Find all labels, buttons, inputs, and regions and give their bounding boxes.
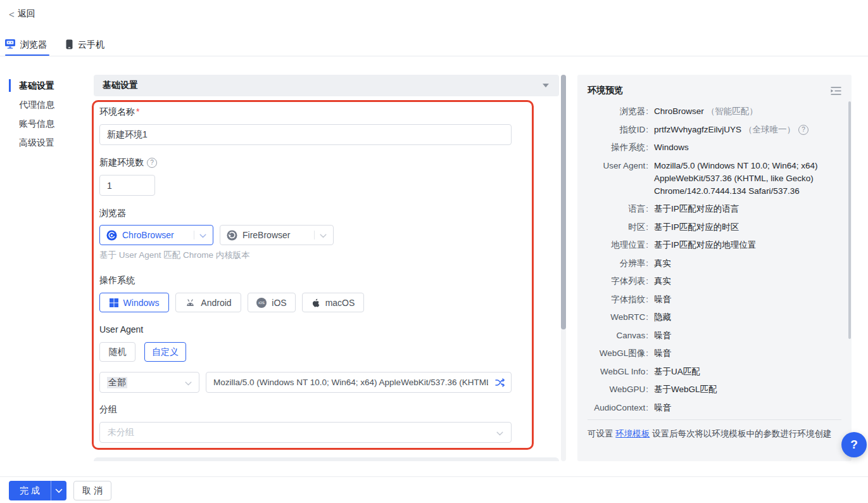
firebrowser-logo-icon (227, 230, 237, 241)
main-scrollbar-thumb[interactable] (561, 75, 566, 329)
preview-row: 操作系统 Windows (588, 141, 841, 154)
section-header-basic-settings[interactable]: 基础设置 (94, 75, 559, 96)
preview-row-value: Mozilla/5.0 (Windows NT 10.0; Win64; x64… (654, 160, 841, 198)
collapse-panel-icon[interactable] (831, 87, 841, 95)
back-label: 返回 (18, 8, 35, 20)
env-count-label: 新建环境数 ? (99, 157, 157, 169)
sidebar-item-label: 基础设置 (19, 80, 54, 91)
tab-bar: 浏览器 云手机 (0, 35, 868, 56)
question-circle-icon[interactable]: ? (798, 125, 808, 135)
browser-option-firebrowser[interactable]: FireBrowser (220, 225, 334, 245)
svg-text:iOS: iOS (258, 301, 265, 305)
main-form-panel: 基础设置 环境名称* 新建环境数 ? 浏览器 ChroBrowser FireB… (94, 75, 559, 461)
back-link[interactable]: < 返回 (9, 8, 35, 20)
preview-row-label: 时区 (588, 221, 648, 234)
preview-row-label: 字体列表 (588, 275, 648, 288)
preview-row-note: （智能匹配） (707, 106, 758, 116)
preview-row-label: 语言 (588, 203, 648, 215)
group-label: 分组 (99, 404, 117, 416)
shuffle-icon[interactable] (495, 378, 505, 389)
preview-row-value: 基于WebGL匹配 (654, 383, 841, 396)
os-option-label: iOS (272, 298, 286, 308)
env-template-link[interactable]: 环境模板 (615, 429, 650, 438)
apple-icon (311, 298, 320, 308)
sidebar-item-label: 账号信息 (19, 118, 54, 129)
preview-row: WebGL Info 基于UA匹配 (588, 366, 841, 378)
chevron-down-icon (185, 378, 192, 388)
confirm-button[interactable]: 完 成 (9, 481, 51, 500)
preview-row-label: 分辨率 (588, 257, 648, 270)
preview-row: User Agent Mozilla/5.0 (Windows NT 10.0;… (588, 160, 841, 198)
preview-row-value: 基于IP匹配对应的地理位置 (654, 239, 841, 251)
os-option-macos[interactable]: macOS (302, 293, 364, 312)
group-placeholder: 未分组 (108, 427, 134, 438)
group-select[interactable]: 未分组 (99, 422, 512, 443)
preview-row: 浏览器 ChroBrowser（智能匹配） (588, 105, 841, 118)
os-option-android[interactable]: Android (175, 293, 241, 312)
os-label: 操作系统 (99, 275, 135, 286)
preview-row-value: 噪音 (654, 329, 841, 342)
tab-cloud-phone[interactable]: 云手机 (66, 35, 104, 55)
preview-row-value: 基于IP匹配对应的时区 (654, 221, 841, 234)
preview-row-value: ChroBrowser（智能匹配） (654, 105, 841, 118)
preview-row: 时区 基于IP匹配对应的时区 (588, 221, 841, 234)
ua-filter-value: 全部 (107, 377, 127, 388)
preview-row-label: WebGL Info (588, 366, 648, 378)
ua-mode-custom-button[interactable]: 自定义 (144, 342, 186, 362)
main-scrollbar-track[interactable] (561, 75, 566, 461)
env-name-input[interactable] (99, 124, 512, 145)
tab-cloud-phone-label: 云手机 (78, 39, 104, 51)
preview-row-value: 噪音 (654, 347, 841, 360)
sidebar-item[interactable]: 代理信息 (0, 95, 94, 114)
chevron-down-icon[interactable] (320, 230, 327, 240)
preview-row-value: 真实 (654, 275, 841, 288)
browser-option-label: ChroBrowser (122, 230, 194, 240)
sidebar-item-label: 代理信息 (19, 99, 54, 110)
collapse-caret-icon[interactable] (543, 84, 549, 87)
preview-row-value: 噪音 (654, 402, 841, 414)
sidebar-item[interactable]: 账号信息 (0, 114, 94, 133)
sidebar-item[interactable]: 基础设置 (0, 76, 94, 95)
preview-row: 语言 基于IP匹配对应的语言 (588, 203, 841, 215)
footer-bar (0, 476, 868, 503)
tab-browser[interactable]: 浏览器 (5, 35, 47, 55)
confirm-dropdown-button[interactable] (51, 481, 66, 500)
phone-icon (66, 39, 73, 51)
preview-row: Canvas 噪音 (588, 329, 841, 342)
preview-scrollbar-thumb[interactable] (848, 101, 851, 339)
monitor-icon (5, 39, 15, 51)
section-title: 基础设置 (103, 80, 138, 91)
cancel-button[interactable]: 取 消 (73, 481, 111, 500)
chevron-down-icon[interactable] (199, 230, 206, 240)
tab-browser-label: 浏览器 (20, 39, 47, 51)
question-circle-icon[interactable]: ? (147, 158, 157, 168)
user-agent-label: User Agent (99, 324, 143, 334)
ua-mode-random-button[interactable]: 随机 (99, 342, 135, 362)
preview-rows: 浏览器 ChroBrowser（智能匹配） 指纹ID prtfzWvhyagfz… (588, 105, 841, 414)
preview-row-label: WebGL图像 (588, 347, 648, 360)
browser-option-label: FireBrowser (242, 230, 314, 240)
android-icon (185, 298, 196, 307)
ua-value-input[interactable] (206, 372, 512, 393)
os-option-ios[interactable]: iOS iOS (248, 293, 296, 312)
preview-divider (588, 419, 841, 420)
os-option-windows[interactable]: Windows (99, 293, 169, 312)
preview-row-label: WebRTC (588, 311, 648, 324)
preview-row: AudioContext 噪音 (588, 402, 841, 414)
browser-option-chrobrowser[interactable]: ChroBrowser (99, 225, 213, 245)
preview-row-value: 真实 (654, 257, 841, 270)
help-button[interactable]: ? (841, 432, 867, 457)
browser-label: 浏览器 (99, 208, 126, 219)
preview-row-value: 隐藏 (654, 311, 841, 324)
preview-row-label: 指纹ID (588, 124, 648, 136)
ios-icon: iOS (256, 298, 267, 308)
sidebar-item[interactable]: 高级设置 (0, 133, 94, 152)
ua-filter-select[interactable]: 全部 (99, 372, 199, 393)
preview-title: 环境预览 (588, 85, 623, 96)
active-tab-underline (5, 54, 49, 56)
settings-sidebar: 基础设置 代理信息 账号信息 高级设置 (0, 76, 94, 152)
env-count-input[interactable] (99, 175, 155, 196)
preview-row-label: 操作系统 (588, 141, 648, 154)
preview-row: 分辨率 真实 (588, 257, 841, 270)
preview-row: 指纹ID prtfzWvhyagfzEilvjUYS（全球唯一）? (588, 124, 841, 136)
